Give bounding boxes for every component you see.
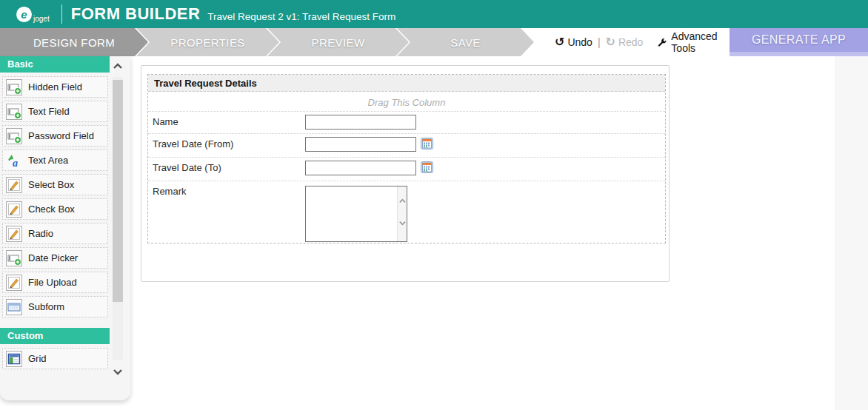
palette-item-text-area[interactable]: a Text Area bbox=[2, 149, 108, 171]
palette-item-label: Password Field bbox=[28, 130, 94, 141]
advanced-tools-button[interactable]: Advanced Tools bbox=[643, 30, 730, 54]
palette-item-label: File Upload bbox=[28, 277, 77, 288]
drag-column-hint[interactable]: Drag This Column bbox=[148, 92, 665, 111]
app-header: e joget FORM BUILDER Travel Request 2 v1… bbox=[0, 0, 868, 28]
palette-item-label: Check Box bbox=[28, 204, 75, 215]
field-label-travel-date-to: Travel Date (To) bbox=[153, 161, 305, 173]
palette-item-grid[interactable]: Grid bbox=[2, 348, 108, 369]
form-row-name[interactable]: Name bbox=[148, 111, 665, 133]
palette-section-basic: Basic bbox=[0, 56, 110, 73]
name-input[interactable] bbox=[305, 115, 416, 130]
form-row-travel-date-to[interactable]: Travel Date (To) bbox=[148, 157, 665, 181]
undo-redo-separator: | bbox=[598, 36, 601, 48]
tab-save[interactable]: SAVE bbox=[397, 28, 534, 56]
palette-item-select-box[interactable]: Select Box bbox=[2, 174, 108, 195]
scroll-down-icon[interactable] bbox=[398, 219, 407, 227]
redo-icon: ↻ bbox=[606, 36, 615, 48]
palette-item-text-field[interactable]: Text Field bbox=[2, 101, 108, 122]
input-add-icon bbox=[6, 250, 22, 266]
palette-item-label: Hidden Field bbox=[28, 81, 82, 93]
pencil-box-icon bbox=[6, 201, 22, 218]
palette-item-check-box[interactable]: Check Box bbox=[2, 198, 108, 220]
quick-toolbar: ↺ Undo | ↻ Redo Advanced Tools bbox=[534, 28, 730, 56]
travel-date-to-calendar-button[interactable] bbox=[421, 161, 433, 175]
joget-logo-text: joget bbox=[33, 15, 50, 23]
palette-item-label: Date Picker bbox=[28, 252, 78, 263]
input-add-icon bbox=[6, 104, 22, 120]
svg-text:a: a bbox=[13, 158, 18, 169]
palette-item-label: Text Field bbox=[28, 106, 70, 117]
palette-scroll-up-icon[interactable] bbox=[112, 61, 124, 73]
header-divider bbox=[61, 4, 62, 24]
pencil-box-icon bbox=[6, 226, 22, 242]
form-section[interactable]: Travel Request Details Drag This Column … bbox=[147, 74, 666, 243]
pencil-box-icon bbox=[6, 177, 22, 193]
palette-scrollbar-track[interactable] bbox=[113, 77, 123, 360]
travel-date-to-input[interactable] bbox=[305, 161, 416, 175]
palette-item-file-upload[interactable]: File Upload bbox=[2, 272, 108, 293]
form-canvas: Travel Request Details Drag This Column … bbox=[141, 65, 670, 282]
textarea-scrollbar[interactable] bbox=[397, 186, 407, 241]
tab-preview[interactable]: PREVIEW bbox=[267, 28, 409, 56]
palette-item-label: Grid bbox=[28, 353, 47, 364]
palette-item-label: Text Area bbox=[28, 155, 68, 166]
travel-date-from-input[interactable] bbox=[305, 137, 416, 152]
calendar-icon bbox=[421, 138, 433, 149]
right-margin-band bbox=[835, 56, 868, 410]
undo-button[interactable]: ↺ Undo bbox=[555, 36, 592, 48]
palette-section-custom: Custom bbox=[0, 328, 110, 344]
subform-icon bbox=[6, 299, 22, 315]
palette-item-radio[interactable]: Radio bbox=[2, 223, 108, 244]
palette-scrollbar-thumb[interactable] bbox=[113, 80, 123, 302]
palette-item-password-field[interactable]: Password Field bbox=[2, 125, 108, 147]
redo-label: Redo bbox=[618, 36, 643, 48]
field-label-travel-date-from: Travel Date (From) bbox=[153, 137, 305, 149]
undo-label: Undo bbox=[567, 36, 592, 48]
wrench-icon bbox=[658, 37, 667, 48]
workflow-tabbar: DESIGN FORM PROPERTIES PREVIEW SAVE ↺ Un… bbox=[0, 28, 868, 56]
redo-button[interactable]: ↻ Redo bbox=[606, 36, 644, 48]
palette-item-date-picker[interactable]: Date Picker bbox=[2, 247, 108, 269]
form-subtitle: Travel Request 2 v1: Travel Request Form bbox=[207, 11, 395, 22]
scroll-up-icon[interactable] bbox=[398, 197, 407, 205]
palette-item-hidden-field[interactable]: Hidden Field bbox=[2, 76, 108, 98]
joget-logo: e joget bbox=[16, 7, 50, 22]
advanced-tools-label: Advanced Tools bbox=[671, 30, 730, 54]
input-add-icon bbox=[6, 128, 22, 144]
calendar-icon bbox=[421, 161, 433, 173]
palette-item-label: Select Box bbox=[28, 179, 74, 190]
palette-item-subform[interactable]: Subform bbox=[2, 296, 108, 317]
remark-textarea[interactable] bbox=[306, 186, 397, 241]
travel-date-from-calendar-button[interactable] bbox=[421, 138, 433, 152]
palette-item-label: Subform bbox=[28, 301, 64, 312]
joget-logo-icon: e bbox=[16, 7, 32, 22]
tab-design-form[interactable]: DESIGN FORM bbox=[0, 28, 148, 56]
generate-app-button[interactable]: GENERATE APP bbox=[730, 28, 868, 56]
input-add-icon bbox=[6, 79, 22, 95]
palette-scroll-down-icon[interactable] bbox=[112, 366, 124, 377]
field-label-remark: Remark bbox=[153, 184, 305, 197]
field-label-name: Name bbox=[153, 115, 305, 127]
form-row-remark[interactable]: Remark bbox=[148, 181, 665, 242]
form-row-travel-date-from[interactable]: Travel Date (From) bbox=[148, 133, 665, 157]
pencil-box-icon bbox=[6, 275, 22, 291]
palette-item-label: Radio bbox=[28, 228, 53, 239]
element-palette: Basic Hidden Field Text Field Password F… bbox=[0, 56, 130, 400]
textarea-icon: a bbox=[6, 152, 22, 169]
form-section-title[interactable]: Travel Request Details bbox=[148, 75, 665, 92]
undo-icon: ↺ bbox=[555, 36, 564, 48]
remark-textarea-wrap bbox=[305, 186, 407, 242]
grid-icon bbox=[6, 351, 22, 367]
app-title: FORM BUILDER bbox=[71, 4, 201, 24]
tab-properties[interactable]: PROPERTIES bbox=[136, 28, 279, 56]
